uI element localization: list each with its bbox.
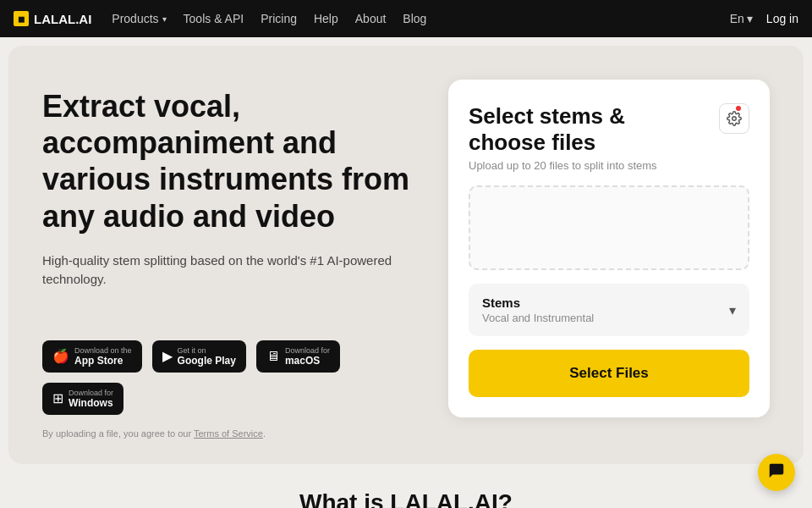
settings-notification-dot — [736, 106, 741, 111]
terms-link[interactable]: Terms of Service — [194, 428, 263, 439]
products-chevron-icon: ▾ — [162, 14, 167, 24]
chat-bubble[interactable] — [758, 454, 795, 491]
stems-selector[interactable]: Stems Vocal and Instrumental ▾ — [469, 284, 749, 336]
stems-label: Stems — [482, 295, 594, 310]
bottom-title: What is LALAL.AI? — [299, 489, 513, 508]
bottom-section: What is LALAL.AI? — [0, 472, 812, 508]
nav-menu: Products ▾ Tools & API Pricing Help Abou… — [112, 12, 709, 25]
hero-title: Extract vocal, accompaniment and various… — [42, 88, 414, 235]
nav-about[interactable]: About — [355, 12, 387, 25]
hero-section: Extract vocal, accompaniment and various… — [8, 46, 804, 464]
drop-zone[interactable] — [469, 185, 749, 270]
login-button[interactable]: Log in — [766, 12, 798, 25]
stems-chevron-icon: ▾ — [729, 302, 736, 318]
googleplay-badge[interactable]: ▶ Get it on Google Play — [152, 340, 246, 373]
appstore-badge[interactable]: 🍎 Download on the App Store — [42, 340, 142, 373]
svg-point-0 — [732, 117, 737, 121]
navbar-right: En ▾ Log in — [730, 12, 798, 25]
card-subtitle: Upload up to 20 files to split into stem… — [469, 159, 657, 172]
card-header: Select stems &choose files Upload up to … — [469, 103, 749, 172]
gear-icon — [727, 111, 742, 126]
logo[interactable]: ◼ LALAL.AI — [14, 11, 91, 26]
nav-blog[interactable]: Blog — [403, 12, 426, 25]
language-selector[interactable]: En ▾ — [730, 12, 753, 25]
macos-badge[interactable]: 🖥 Download for macOS — [256, 340, 340, 373]
nav-help[interactable]: Help — [314, 12, 338, 25]
lang-chevron-icon: ▾ — [747, 12, 753, 25]
windows-icon: ⊞ — [52, 390, 63, 406]
navbar: ◼ LALAL.AI Products ▾ Tools & API Pricin… — [0, 0, 812, 37]
app-badges: 🍎 Download on the App Store ▶ Get it on … — [42, 340, 414, 415]
stems-value: Vocal and Instrumental — [482, 312, 594, 324]
settings-button[interactable] — [719, 103, 749, 134]
google-play-icon: ▶ — [162, 348, 173, 364]
logo-icon: ◼ — [14, 11, 29, 26]
nav-products[interactable]: Products ▾ — [112, 12, 166, 25]
nav-tools[interactable]: Tools & API — [184, 12, 244, 25]
terms-text: By uploading a file, you agree to our Te… — [42, 428, 414, 439]
macos-icon: 🖥 — [266, 349, 280, 364]
hero-left: Extract vocal, accompaniment and various… — [42, 80, 414, 439]
hero-subtitle: High-quality stem splitting based on the… — [42, 251, 414, 290]
card-title: Select stems &choose files — [469, 103, 657, 156]
apple-icon: 🍎 — [52, 348, 69, 364]
nav-pricing[interactable]: Pricing — [261, 12, 297, 25]
upload-card: Select stems &choose files Upload up to … — [448, 80, 770, 417]
windows-badge[interactable]: ⊞ Download for Windows — [42, 383, 123, 415]
select-files-button[interactable]: Select Files — [469, 350, 749, 397]
chat-icon — [767, 461, 786, 484]
logo-text: LALAL.AI — [34, 12, 91, 26]
